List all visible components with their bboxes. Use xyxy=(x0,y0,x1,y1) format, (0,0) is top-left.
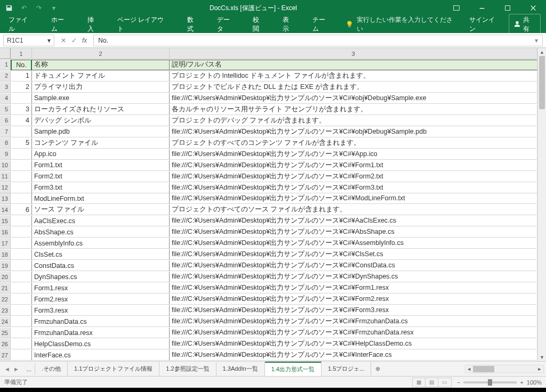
cell-desc[interactable]: file:///C:¥Users¥Admin¥Desktop¥出力サンプルのソー… xyxy=(170,328,537,338)
cell-desc[interactable]: file:///C:¥Users¥Admin¥Desktop¥出力サンプルのソー… xyxy=(170,283,537,293)
row-header-20[interactable]: 20 xyxy=(0,272,11,282)
ribbon-tab-file[interactable]: ファイル xyxy=(5,13,37,36)
cell-desc[interactable]: プロジェクトのすべてのコンテンツ ファイルが含まれます。 xyxy=(170,138,537,149)
row-header-17[interactable]: 17 xyxy=(0,238,11,249)
view-pagelayout-icon[interactable]: ▤ xyxy=(425,378,438,387)
ribbon-tab-view[interactable]: 表示 xyxy=(279,13,299,36)
row-header-18[interactable]: 18 xyxy=(0,249,11,260)
name-box[interactable]: R1C1 ▾ xyxy=(3,35,54,46)
enter-icon[interactable]: ✓ xyxy=(71,37,77,44)
cell-desc[interactable]: プロジェクトのすべてのソース ファイルが含まれます。 xyxy=(170,205,537,215)
cell-name[interactable]: Form2.resx xyxy=(32,294,170,305)
cell-desc[interactable]: file:///C:¥Users¥Admin¥Desktop¥出力サンプルのソー… xyxy=(170,160,537,171)
view-normal-icon[interactable]: ▦ xyxy=(413,378,425,387)
zoom-slider[interactable] xyxy=(463,381,517,383)
ribbon-tab-home[interactable]: ホーム xyxy=(48,13,74,36)
sheet-tab[interactable]: .その他 xyxy=(35,362,68,376)
row-header-16[interactable]: 16 xyxy=(0,227,11,238)
row-header-26[interactable]: 26 xyxy=(0,339,11,349)
sheet-tab[interactable]: 1.3AddIn一覧 xyxy=(216,362,265,376)
cell-desc[interactable]: file:///C:¥Users¥Admin¥Desktop¥出力サンプルのソー… xyxy=(170,183,537,193)
cell-desc[interactable]: file:///C:¥Users¥Admin¥Desktop¥出力サンプルのソー… xyxy=(170,227,537,238)
cancel-icon[interactable]: ✕ xyxy=(61,37,66,44)
cell-desc[interactable]: file:///C:¥Users¥Admin¥Desktop¥出力サンプルのソー… xyxy=(170,339,537,349)
ribbon-tab-review[interactable]: 校閲 xyxy=(250,13,269,36)
row-header-12[interactable]: 12 xyxy=(0,183,11,193)
cell-name[interactable]: デバッグ シンボル xyxy=(32,116,170,126)
cell-no[interactable] xyxy=(11,350,32,361)
cell-desc[interactable]: file:///C:¥Users¥Admin¥Desktop¥出力サンプルのソー… xyxy=(170,149,537,160)
scroll-thumb[interactable] xyxy=(539,56,545,109)
cell-desc[interactable]: プロジェクトでビルドされた DLL または EXE が含まれます。 xyxy=(170,82,537,93)
row-header-4[interactable]: 4 xyxy=(0,93,11,104)
cell-no[interactable] xyxy=(11,227,32,238)
cell-name[interactable]: Sample.pdb xyxy=(32,127,170,137)
cell-name[interactable]: プライマリ出力 xyxy=(32,82,170,93)
row-header-6[interactable]: 6 xyxy=(0,116,11,126)
col-header-1[interactable]: 1 xyxy=(11,48,32,59)
sheet-nav-prev-icon[interactable]: ◄ xyxy=(3,365,11,373)
sheet-tab[interactable]: 1.2参照設定一覧 xyxy=(159,362,216,376)
row-header-25[interactable]: 25 xyxy=(0,328,11,338)
cell-no[interactable] xyxy=(11,183,32,193)
cell-name[interactable]: FrmzuhanData.resx xyxy=(32,328,170,338)
row-header-10[interactable]: 10 xyxy=(0,160,11,171)
close-icon[interactable] xyxy=(523,1,544,15)
redo-icon[interactable]: ↷ xyxy=(32,1,46,15)
row-header-1[interactable]: 1 xyxy=(0,60,11,70)
cell-desc[interactable]: file:///C:¥Users¥Admin¥Desktop¥出力サンプルのソー… xyxy=(170,272,537,282)
cell-desc[interactable]: file:///C:¥Users¥Admin¥Desktop¥出力サンプルのソー… xyxy=(170,350,537,361)
add-sheet-button[interactable]: ⊕ xyxy=(371,363,384,375)
hscroll-thumb[interactable] xyxy=(473,366,494,372)
cell-name[interactable]: ModLineForm.txt xyxy=(32,193,170,204)
expand-formula-icon[interactable]: ▾ xyxy=(535,37,538,44)
zoom-value[interactable]: 100% xyxy=(527,379,542,386)
sheet-tab[interactable]: 1.1プロジェクトファイル情報 xyxy=(68,362,159,376)
zoom-out-icon[interactable]: − xyxy=(457,379,460,386)
row-header-13[interactable]: 13 xyxy=(0,193,11,204)
scroll-left-icon[interactable]: ◄ xyxy=(465,366,473,372)
row-header-9[interactable]: 9 xyxy=(0,149,11,160)
cell-desc[interactable]: file:///C:¥Users¥Admin¥Desktop¥出力サンプルのソー… xyxy=(170,193,537,204)
cell-name[interactable]: Form3.resx xyxy=(32,305,170,316)
cell-no[interactable]: 3 xyxy=(11,104,32,115)
row-header-24[interactable]: 24 xyxy=(0,316,11,327)
scroll-right-icon[interactable]: ► xyxy=(536,366,543,372)
cell-name[interactable]: AaClsExec.cs xyxy=(32,216,170,226)
cell-no[interactable] xyxy=(11,216,32,226)
row-header-7[interactable]: 7 xyxy=(0,127,11,137)
cell-desc[interactable]: 各カルチャのリソース用サテライト アセンブリが含まれます。 xyxy=(170,104,537,115)
cell-no[interactable] xyxy=(11,238,32,249)
sheet-tab-more[interactable]: ... xyxy=(23,363,35,375)
row-header-2[interactable]: 2 xyxy=(0,71,11,81)
ribbon-tab-insert[interactable]: 挿入 xyxy=(84,13,103,36)
select-all-corner[interactable] xyxy=(0,48,11,59)
ribbon-tab-team[interactable]: チーム xyxy=(309,13,335,36)
signin-link[interactable]: サインイン xyxy=(469,15,501,34)
cell-desc[interactable]: file:///C:¥Users¥Admin¥Desktop¥出力サンプルのソー… xyxy=(170,127,537,137)
cell-no[interactable] xyxy=(11,283,32,293)
undo-icon[interactable]: ↶ xyxy=(17,1,31,15)
cell-no[interactable]: 6 xyxy=(11,205,32,215)
cell-desc[interactable]: file:///C:¥Users¥Admin¥Desktop¥出力サンプルのソー… xyxy=(170,238,537,249)
cell-no[interactable] xyxy=(11,272,32,282)
cell-no[interactable] xyxy=(11,93,32,104)
cell-no[interactable] xyxy=(11,160,32,171)
cell-no[interactable] xyxy=(11,316,32,327)
cell-desc[interactable]: file:///C:¥Users¥Admin¥Desktop¥出力サンプルのソー… xyxy=(170,294,537,305)
sheet-nav-next-icon[interactable]: ► xyxy=(12,365,20,373)
cell-no[interactable] xyxy=(11,127,32,137)
cell-no[interactable]: 2 xyxy=(11,82,32,93)
cell-no[interactable]: 1 xyxy=(11,71,32,81)
cell-desc[interactable]: file:///C:¥Users¥Admin¥Desktop¥出力サンプルのソー… xyxy=(170,260,537,271)
cell-name[interactable]: Sample.exe xyxy=(32,93,170,104)
cell-name[interactable]: FrmzuhanData.cs xyxy=(32,316,170,327)
cell-name[interactable]: Form1.txt xyxy=(32,160,170,171)
cell-no[interactable] xyxy=(11,328,32,338)
horizontal-scrollbar[interactable]: ◄ ► xyxy=(465,365,544,373)
row-header-21[interactable]: 21 xyxy=(0,283,11,293)
scroll-down-icon[interactable]: ▼ xyxy=(538,354,546,361)
cell-name[interactable]: ClsSet.cs xyxy=(32,249,170,260)
cell-name[interactable]: AssemblyInfo.cs xyxy=(32,238,170,249)
view-pagebreak-icon[interactable]: ▭ xyxy=(438,378,451,387)
